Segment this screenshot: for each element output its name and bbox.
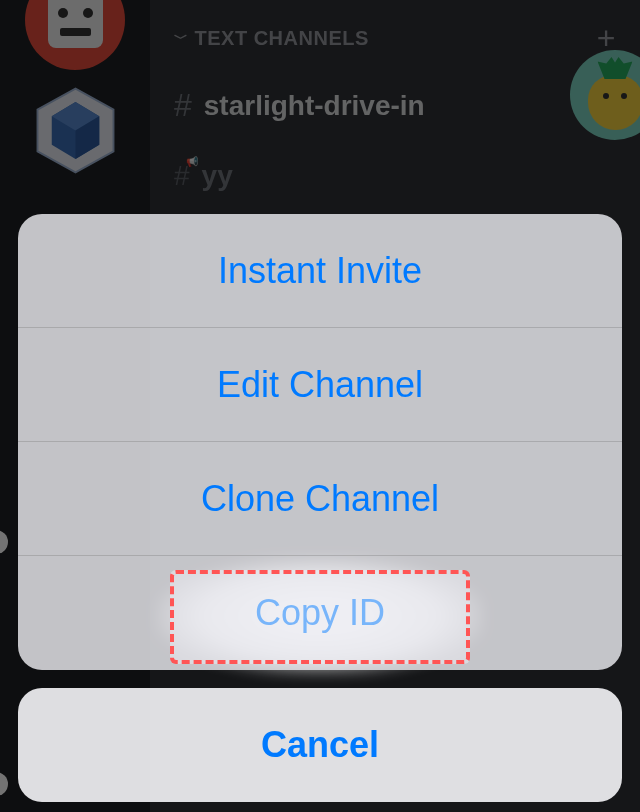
action-sheet: Instant Invite Edit Channel Clone Channe… — [18, 214, 622, 802]
edit-channel-button[interactable]: Edit Channel — [18, 328, 622, 442]
action-sheet-group: Instant Invite Edit Channel Clone Channe… — [18, 214, 622, 670]
clone-channel-button[interactable]: Clone Channel — [18, 442, 622, 556]
instant-invite-button[interactable]: Instant Invite — [18, 214, 622, 328]
copy-id-button[interactable]: Copy ID — [18, 556, 622, 670]
cancel-button[interactable]: Cancel — [18, 688, 622, 802]
